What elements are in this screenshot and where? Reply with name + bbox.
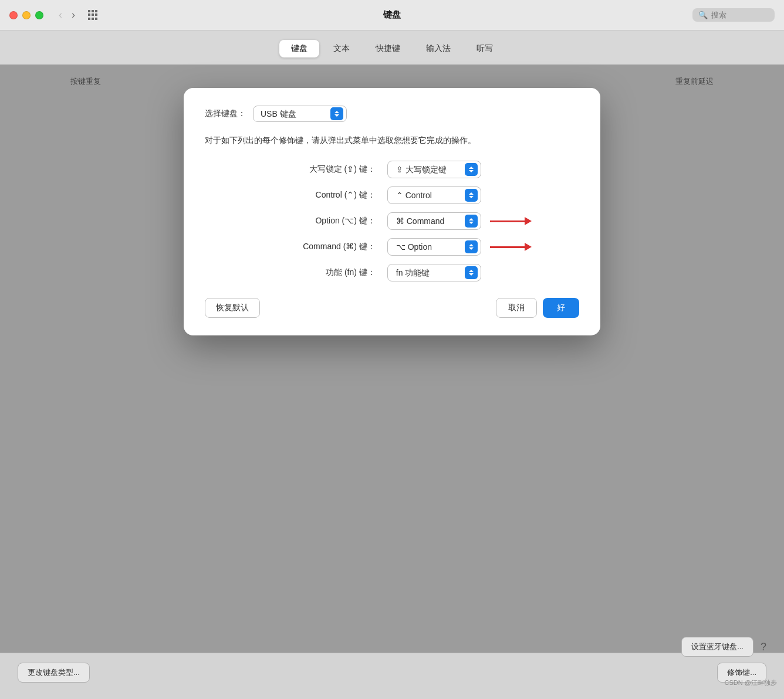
minimize-button[interactable]	[22, 11, 31, 19]
tabs-bar: 键盘 文本 快捷键 输入法 听写	[0, 30, 784, 65]
tab-input-method[interactable]: 输入法	[414, 40, 462, 57]
search-box[interactable]: 🔍	[692, 8, 775, 22]
title-bar: ‹ › 键盘 🔍	[0, 0, 784, 30]
bottom-left-buttons: 更改键盘类型...	[18, 663, 90, 683]
watermark: CSDN @江畔独步	[725, 678, 777, 687]
control-select[interactable]: ⌃ Control	[387, 186, 481, 204]
capslock-select-wrap: ⇪ 大写锁定键	[387, 161, 481, 178]
main-area: 按键重复 重复前延迟 选择键盘： USB 键盘 对于如下列出的每个修饰键，	[0, 65, 784, 692]
cancel-button[interactable]: 取消	[496, 298, 537, 318]
grid-icon[interactable]	[88, 10, 99, 21]
fn-select[interactable]: fn 功能键	[387, 264, 481, 281]
command-select-wrap: ⌥ Option	[387, 238, 481, 256]
capslock-select[interactable]: ⇪ 大写锁定键	[387, 161, 481, 178]
modifier-keys-dialog: 选择键盘： USB 键盘 对于如下列出的每个修饰键，请从弹出式菜单中选取您想要它…	[184, 88, 600, 335]
keyboard-select-row: 选择键盘： USB 键盘	[205, 106, 579, 122]
tab-text[interactable]: 文本	[322, 40, 361, 57]
tab-dictation[interactable]: 听写	[465, 40, 505, 57]
tab-keyboard[interactable]: 键盘	[279, 40, 319, 57]
modifier-keys-grid: 大写锁定 (⇪) 键： ⇪ 大写锁定键 Control (⌃) 键： ⌃ Con…	[205, 161, 579, 281]
command-select[interactable]: ⌥ Option	[387, 238, 481, 256]
help-button[interactable]: ?	[761, 641, 766, 653]
command-label: Command (⌘) 键：	[303, 242, 376, 252]
option-select[interactable]: ⌘ Command	[387, 212, 481, 230]
tab-shortcuts[interactable]: 快捷键	[364, 40, 412, 57]
search-icon: 🔍	[698, 11, 708, 19]
keyboard-select-container[interactable]: USB 键盘	[253, 106, 347, 122]
control-select-wrap: ⌃ Control	[387, 186, 481, 204]
search-input[interactable]	[711, 11, 769, 19]
dialog-overlay: 选择键盘： USB 键盘 对于如下列出的每个修饰键，请从弹出式菜单中选取您想要它…	[0, 65, 784, 692]
option-label: Option (⌥) 键：	[303, 216, 376, 226]
red-arrow-command	[490, 243, 532, 251]
fn-select-wrap: fn 功能键	[387, 264, 481, 281]
option-select-wrap: ⌘ Command	[387, 212, 481, 230]
keyboard-select-label: 选择键盘：	[205, 108, 246, 119]
dialog-footer: 恢复默认 取消 好	[205, 298, 579, 318]
maximize-button[interactable]	[35, 11, 43, 19]
capslock-label: 大写锁定 (⇪) 键：	[303, 164, 376, 175]
nav-arrows: ‹ ›	[55, 8, 79, 22]
bottom-bar: 更改键盘类型... 修饰键...	[0, 653, 784, 692]
traffic-lights	[9, 11, 43, 19]
bluetooth-row: 设置蓝牙键盘... ?	[681, 637, 766, 657]
dialog-description: 对于如下列出的每个修饰键，请从弹出式菜单中选取您想要它完成的操作。	[205, 134, 579, 147]
footer-right-buttons: 取消 好	[496, 298, 579, 318]
restore-default-button[interactable]: 恢复默认	[205, 298, 260, 318]
control-label: Control (⌃) 键：	[303, 190, 376, 201]
keyboard-select[interactable]: USB 键盘	[253, 106, 347, 122]
change-keyboard-type-button[interactable]: 更改键盘类型...	[18, 663, 90, 683]
red-arrow-option	[490, 217, 532, 225]
ok-button[interactable]: 好	[543, 298, 579, 318]
forward-button[interactable]: ›	[68, 8, 79, 22]
close-button[interactable]	[9, 11, 18, 19]
setup-bluetooth-button[interactable]: 设置蓝牙键盘...	[681, 637, 753, 657]
back-button[interactable]: ‹	[55, 8, 66, 22]
fn-label: 功能 (fn) 键：	[303, 267, 376, 278]
window-title: 键盘	[383, 9, 401, 21]
